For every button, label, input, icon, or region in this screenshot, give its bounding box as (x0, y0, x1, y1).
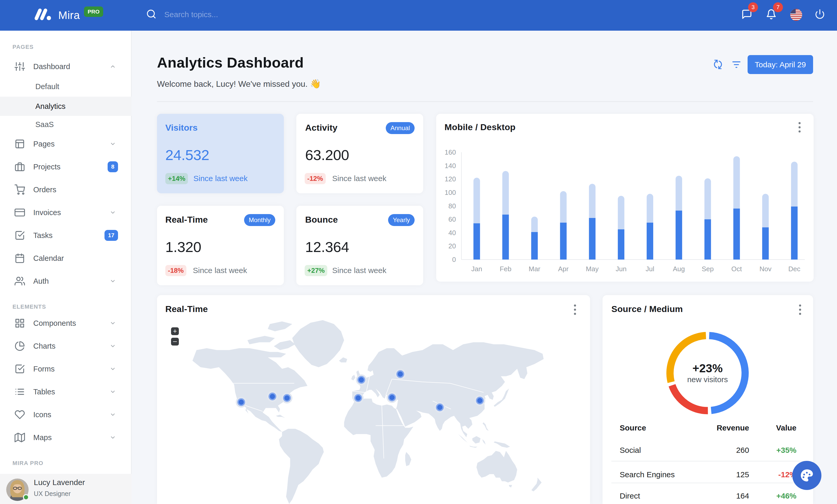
svg-text:Feb: Feb (500, 265, 512, 273)
svg-text:40: 40 (448, 229, 456, 237)
svg-text:Sep: Sep (701, 265, 714, 273)
svg-text:Dec: Dec (788, 265, 800, 273)
svg-text:May: May (586, 265, 599, 273)
svg-text:140: 140 (445, 162, 456, 170)
svg-text:60: 60 (448, 216, 456, 223)
svg-text:0: 0 (452, 256, 456, 263)
svg-text:Apr: Apr (558, 265, 569, 273)
svg-text:Jun: Jun (616, 265, 626, 273)
svg-text:Nov: Nov (760, 265, 771, 273)
svg-text:Oct: Oct (731, 265, 742, 273)
svg-text:120: 120 (445, 175, 456, 183)
svg-text:Jan: Jan (471, 265, 482, 273)
svg-text:Mar: Mar (529, 265, 540, 273)
svg-text:100: 100 (445, 189, 456, 197)
svg-text:80: 80 (448, 202, 456, 210)
svg-text:20: 20 (448, 242, 456, 250)
svg-text:Jul: Jul (646, 265, 654, 273)
svg-text:160: 160 (445, 148, 456, 156)
svg-text:Aug: Aug (673, 265, 685, 273)
